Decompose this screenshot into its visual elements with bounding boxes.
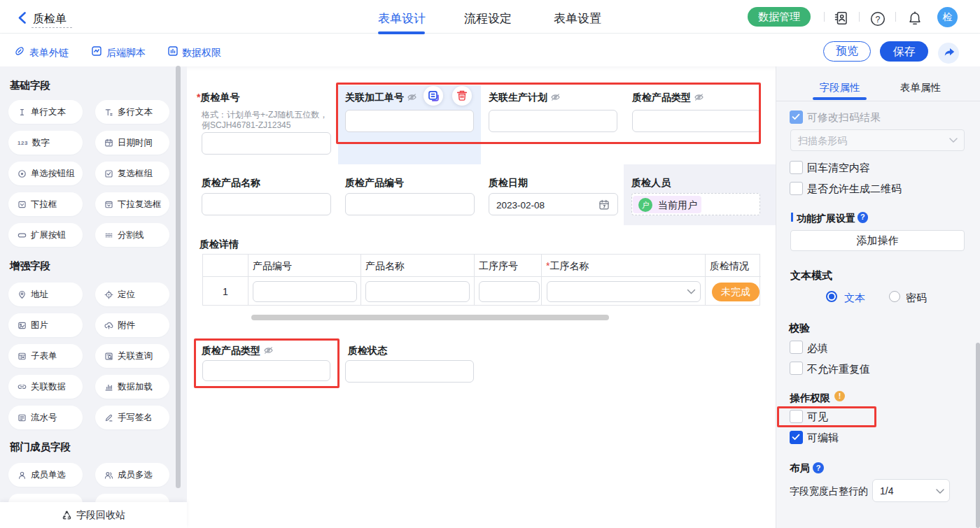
svg-text:?: ?: [876, 15, 881, 24]
